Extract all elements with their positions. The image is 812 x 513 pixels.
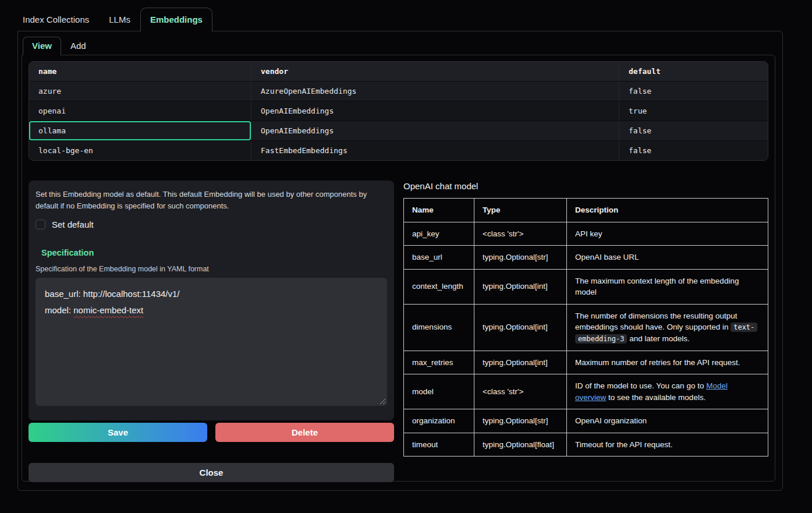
schema-type-context-length: typing.Optional[int] <box>474 269 567 304</box>
schema-table: NameTypeDescription api_key<class 'str'>… <box>403 198 768 457</box>
schema-header-row: NameTypeDescription <box>404 199 768 222</box>
schema-panel-title: OpenAI chat model <box>403 181 768 191</box>
set-default-row: Set default <box>36 218 387 230</box>
view-tab-panel: namevendordefaultazureAzureOpenAIEmbeddi… <box>22 55 775 482</box>
schema-description-model: ID of the model to use. You can go to Mo… <box>567 374 768 409</box>
schema-description-context-length: The maximum context length of the embedd… <box>567 269 768 304</box>
cell-ollama-default[interactable]: false <box>619 121 768 140</box>
table-row-ollama: ollamaOpenAIEmbeddingsfalse <box>29 121 768 140</box>
schema-type-dimensions: typing.Optional[int] <box>474 304 567 351</box>
close-button[interactable]: Close <box>29 463 394 482</box>
subtab-view[interactable]: View <box>23 37 61 55</box>
cell-local-bge-en-vendor[interactable]: FastEmbedEmbeddings <box>251 141 619 160</box>
schema-name-context-length: context_length <box>404 269 474 304</box>
schema-name-api-key: api_key <box>404 222 474 246</box>
schema-name-max-retries: max_retries <box>404 351 474 374</box>
view-add-tab-bar: ViewAdd <box>18 37 782 55</box>
yaml-line-2: model: nomic-embed-text <box>45 302 378 319</box>
schema-column-header-name: Name <box>404 199 474 222</box>
schema-row-context-length: context_lengthtyping.Optional[int]The ma… <box>404 269 768 304</box>
resize-handle-icon[interactable] <box>379 398 385 404</box>
schema-description-base-url: OpenAI base URL <box>567 246 768 270</box>
schema-name-model: model <box>404 374 474 409</box>
schema-name-organization: organization <box>404 409 474 433</box>
specification-subtitle: Specification of the Embedding model in … <box>36 265 387 273</box>
cell-azure-name[interactable]: azure <box>29 82 251 101</box>
default-settings-card: Set this Embedding model as default. Thi… <box>29 181 394 420</box>
cell-azure-vendor[interactable]: AzureOpenAIEmbeddings <box>251 82 619 101</box>
schema-type-base-url: typing.Optional[str] <box>474 246 567 270</box>
schema-name-dimensions: dimensions <box>404 304 474 351</box>
schema-row-base-url: base_urltyping.Optional[str]OpenAI base … <box>404 246 768 270</box>
schema-description-dimensions: The number of dimensions the resulting o… <box>567 304 768 351</box>
schema-description-organization: OpenAI organization <box>567 409 768 433</box>
set-default-checkbox[interactable] <box>36 220 45 229</box>
spec-yaml-textarea[interactable]: base_url: http://localhost:11434/v1/ mod… <box>36 278 387 406</box>
schema-column-header-type: Type <box>474 199 567 222</box>
cell-openai-default[interactable]: true <box>619 101 768 121</box>
main-tab-bar: Index CollectionsLLMsEmbeddings <box>0 0 812 31</box>
model-overview-link[interactable]: Model overview <box>575 381 728 402</box>
schema-row-timeout: timeouttyping.Optional[float]Timeout for… <box>404 433 768 457</box>
embeddings-table: namevendordefaultazureAzureOpenAIEmbeddi… <box>29 61 768 161</box>
tab-llms[interactable]: LLMs <box>99 8 140 31</box>
cell-azure-default[interactable]: false <box>619 82 768 101</box>
schema-table-head: NameTypeDescription <box>404 199 768 222</box>
schema-name-base-url: base_url <box>404 246 474 270</box>
embeddings-tab-panel: ViewAdd namevendordefaultazureAzureOpenA… <box>17 31 783 491</box>
schema-type-model: <class 'str'> <box>474 374 567 409</box>
schema-type-api-key: <class 'str'> <box>474 222 567 246</box>
schema-row-organization: organizationtyping.Optional[str]OpenAI o… <box>404 409 768 433</box>
schema-table-body: api_key<class 'str'>API keybase_urltypin… <box>404 222 768 457</box>
schema-description-timeout: Timeout for the API request. <box>567 433 768 457</box>
schema-type-timeout: typing.Optional[float] <box>474 433 567 457</box>
schema-row-max-retries: max_retriestyping.Optional[int]Maximum n… <box>404 351 768 374</box>
schema-description-max-retries: Maximum number of retries for the API re… <box>567 351 768 374</box>
schema-name-timeout: timeout <box>404 433 474 457</box>
schema-column-header-description: Description <box>567 199 768 222</box>
detail-section: Set this Embedding model as default. Thi… <box>29 181 768 482</box>
edit-column: Set this Embedding model as default. Thi… <box>29 181 394 482</box>
table-row-azure: azureAzureOpenAIEmbeddingsfalse <box>29 81 768 101</box>
table-row-local-bge-en: local-bge-enFastEmbedEmbeddingsfalse <box>29 140 768 160</box>
save-button[interactable]: Save <box>29 423 207 442</box>
set-default-description: Set this Embedding model as default. Thi… <box>36 189 387 211</box>
yaml-line-1: base_url: http://localhost:11434/v1/ <box>45 286 378 302</box>
cell-ollama-vendor[interactable]: OpenAIEmbeddings <box>251 121 619 140</box>
embeddings-table-header-row: namevendordefault <box>29 62 768 81</box>
cell-openai-name[interactable]: openai <box>29 101 251 121</box>
schema-row-model: model<class 'str'>ID of the model to use… <box>404 374 768 409</box>
cell-ollama-name[interactable]: ollama <box>29 121 251 140</box>
schema-type-max-retries: typing.Optional[int] <box>474 351 567 374</box>
cell-local-bge-en-name[interactable]: local-bge-en <box>29 141 251 160</box>
column-header-vendor[interactable]: vendor <box>251 62 619 81</box>
inline-code: text-embedding-3 <box>575 323 757 344</box>
schema-row-dimensions: dimensionstyping.Optional[int]The number… <box>404 304 768 351</box>
delete-button[interactable]: Delete <box>215 423 394 442</box>
schema-description-api-key: API key <box>567 222 768 246</box>
column-header-name[interactable]: name <box>29 62 251 81</box>
cell-local-bge-en-default[interactable]: false <box>619 141 768 160</box>
schema-type-organization: typing.Optional[str] <box>474 409 567 433</box>
tab-index-collections[interactable]: Index Collections <box>13 8 99 31</box>
cell-openai-vendor[interactable]: OpenAIEmbeddings <box>251 101 619 121</box>
table-row-openai: openaiOpenAIEmbeddingstrue <box>29 101 768 121</box>
schema-column: OpenAI chat model NameTypeDescription ap… <box>403 181 768 457</box>
action-buttons: Save Delete <box>29 423 394 442</box>
schema-row-api-key: api_key<class 'str'>API key <box>404 222 768 246</box>
set-default-label: Set default <box>52 220 94 229</box>
misspelled-word: nomic-embed-text <box>73 305 143 315</box>
subtab-add[interactable]: Add <box>61 37 95 55</box>
specification-heading: Specification <box>41 248 387 257</box>
column-header-default[interactable]: default <box>619 62 768 81</box>
tab-embeddings[interactable]: Embeddings <box>140 8 212 31</box>
